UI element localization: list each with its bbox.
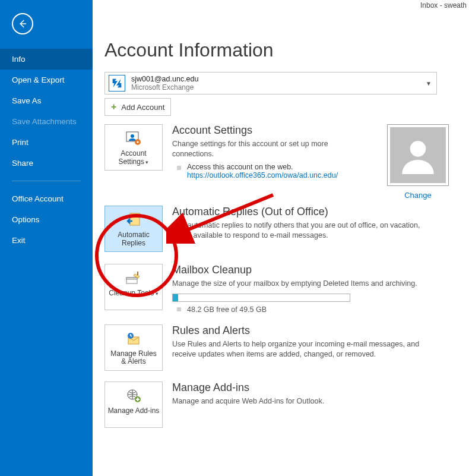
web-access-text: Access this account on the web. — [187, 163, 338, 171]
sidebar-item-print[interactable]: Print — [0, 132, 93, 153]
sidebar-item-options[interactable]: Options — [0, 209, 93, 230]
chevron-down-icon: ▼ — [426, 80, 432, 87]
backstage-sidebar: Info Open & Export Save As Save Attachme… — [0, 0, 93, 476]
manage-addins-desc: Manage and acquire Web Add-ins for Outlo… — [172, 396, 324, 406]
mailbox-cleanup-desc: Manage the size of your mailbox by empty… — [172, 279, 417, 289]
rules-alerts-desc: Use Rules and Alerts to help organize yo… — [172, 339, 427, 360]
storage-text: 48.2 GB free of 49.5 GB — [187, 305, 267, 314]
manage-rules-tile-label: Manage Rules & Alerts — [107, 350, 160, 367]
svg-point-1 — [131, 134, 134, 138]
mailbox-cleanup-heading: Mailbox Cleanup — [172, 264, 417, 276]
manage-addins-tile[interactable]: Manage Add-ins — [104, 382, 163, 428]
add-account-button[interactable]: + Add Account — [104, 98, 171, 116]
sidebar-item-info[interactable]: Info — [0, 49, 93, 70]
account-settings-tile-label: Account Settings — [119, 149, 147, 166]
svg-rect-8 — [137, 272, 138, 275]
back-button[interactable] — [12, 13, 33, 34]
manage-addins-heading: Manage Add-ins — [172, 382, 324, 394]
automatic-replies-tile[interactable]: Automatic Replies — [104, 206, 163, 252]
svg-point-4 — [410, 141, 426, 157]
addins-icon — [107, 387, 160, 405]
arrow-left-icon — [17, 18, 28, 29]
sidebar-item-save-attachments: Save Attachments — [0, 111, 93, 132]
cleanup-icon — [107, 269, 160, 287]
plus-icon: + — [111, 102, 116, 112]
sidebar-item-save-as[interactable]: Save As — [0, 90, 93, 111]
automatic-replies-heading: Automatic Replies (Out of Office) — [172, 206, 422, 218]
account-settings-icon — [107, 130, 160, 147]
automatic-replies-icon — [107, 211, 160, 229]
rules-alerts-heading: Rules and Alerts — [172, 324, 427, 337]
cleanup-tools-tile[interactable]: Cleanup Tools ▾ — [104, 264, 163, 310]
bullet-icon — [177, 166, 181, 170]
chevron-down-icon: ▾ — [144, 159, 149, 165]
account-settings-desc: Change settings for this account or set … — [172, 139, 356, 159]
main-content: Account Information sjw001@ad.unc.edu Mi… — [93, 0, 469, 476]
owa-link[interactable]: https://outlook.office365.com/owa/ad.unc… — [187, 171, 338, 179]
storage-progress-bar — [172, 294, 350, 302]
svg-rect-5 — [130, 213, 140, 225]
automatic-replies-tile-label: Automatic Replies — [107, 231, 160, 248]
manage-rules-tile[interactable]: Manage Rules & Alerts — [104, 324, 163, 371]
profile-picture-area: Change — [385, 124, 451, 200]
page-title: Account Information — [104, 39, 457, 61]
svg-rect-7 — [126, 278, 137, 279]
sidebar-divider — [12, 181, 81, 181]
account-settings-tile[interactable]: Account Settings ▾ — [104, 124, 163, 171]
sidebar-item-office-account[interactable]: Office Account — [0, 188, 93, 209]
sidebar-item-open-export[interactable]: Open & Export — [0, 70, 93, 90]
chevron-down-icon: ▾ — [154, 291, 159, 297]
add-account-label: Add Account — [121, 103, 164, 112]
rules-icon — [107, 330, 160, 348]
sidebar-item-share[interactable]: Share — [0, 153, 93, 174]
exchange-icon — [109, 75, 125, 92]
account-settings-heading: Account Settings — [172, 124, 356, 137]
avatar-placeholder-icon — [390, 127, 446, 183]
sidebar-item-exit[interactable]: Exit — [0, 230, 93, 251]
bullet-icon — [177, 307, 181, 311]
automatic-replies-desc: Use automatic replies to notify others t… — [172, 220, 422, 241]
svg-point-3 — [137, 141, 138, 143]
account-address: sjw001@ad.unc.edu — [131, 75, 198, 83]
change-photo-link[interactable]: Change — [404, 191, 432, 200]
cleanup-tile-label: Cleanup Tools — [109, 289, 154, 297]
account-selector[interactable]: sjw001@ad.unc.edu Microsoft Exchange ▼ — [104, 72, 437, 94]
manage-addins-tile-label: Manage Add-ins — [107, 407, 160, 415]
account-type: Microsoft Exchange — [131, 83, 198, 92]
